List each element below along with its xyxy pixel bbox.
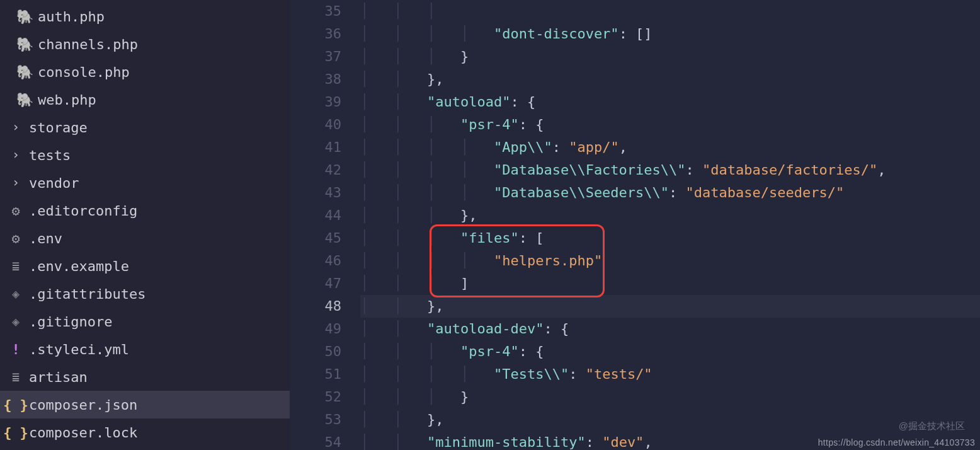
watermark-cn: @掘金技术社区: [899, 420, 965, 432]
line-number: 36: [290, 23, 341, 45]
code-line[interactable]: │ │ "autoload-dev": {: [360, 318, 980, 340]
line-number: 53: [290, 408, 341, 431]
file-tree-label: .env: [29, 231, 62, 246]
code-line[interactable]: │ │ │ },: [360, 204, 980, 227]
file-tree-label: .gitattributes: [29, 286, 145, 302]
line-number: 54: [290, 431, 341, 450]
php-icon: 🐘: [18, 9, 31, 23]
line-number: 50: [290, 340, 341, 363]
code-line[interactable]: │ │ │ │ "App\\": "app/",: [360, 136, 980, 159]
file-icon: ≣: [9, 370, 23, 384]
file-tree-item[interactable]: ›storage: [0, 113, 290, 141]
code-line[interactable]: │ │ │ "psr-4": {: [360, 340, 980, 363]
chevron-right-icon: ›: [9, 175, 23, 189]
code-line[interactable]: │ │ │ │ "helpers.php": [360, 250, 980, 272]
file-tree-item[interactable]: 🐘web.php: [0, 86, 290, 113]
php-icon: 🐘: [18, 65, 31, 79]
file-tree-label: web.php: [38, 92, 96, 108]
line-number-gutter: 3536373839404142434445464748495051525354: [290, 0, 360, 450]
code-line[interactable]: │ │ },: [360, 295, 980, 318]
file-tree-item[interactable]: ◈.gitignore: [0, 308, 290, 335]
code-line[interactable]: │ │ │: [360, 0, 980, 23]
file-tree-item[interactable]: ≣.env.example: [0, 252, 290, 280]
code-line[interactable]: │ │ "autoload": {: [360, 91, 980, 113]
yaml-icon: !: [9, 342, 23, 356]
line-number: 48: [290, 295, 341, 318]
gear-icon: ⚙: [9, 231, 23, 245]
php-icon: 🐘: [18, 93, 31, 107]
line-number: 41: [290, 136, 341, 159]
file-tree-label: tests: [29, 147, 71, 163]
file-tree-item[interactable]: { }composer.json: [0, 391, 290, 418]
line-number: 46: [290, 250, 341, 272]
file-tree-label: .styleci.yml: [29, 342, 129, 357]
git-icon: ◈: [9, 314, 23, 328]
line-number: 51: [290, 363, 341, 386]
git-icon: ◈: [9, 287, 23, 301]
file-tree-item[interactable]: 🐘auth.php: [0, 3, 290, 30]
file-tree-item[interactable]: ›tests: [0, 141, 290, 169]
file-tree-label: composer.json: [29, 397, 137, 413]
file-tree-item[interactable]: !.styleci.yml: [0, 335, 290, 363]
file-tree-item[interactable]: ◈.gitattributes: [0, 280, 290, 308]
file-tree-label: storage: [29, 120, 88, 136]
line-number: 35: [290, 0, 341, 23]
code-line[interactable]: │ │ },: [360, 68, 980, 91]
chevron-right-icon: ›: [9, 147, 23, 161]
line-number: 40: [290, 113, 341, 136]
file-tree-label: channels.php: [38, 37, 138, 52]
file-tree-item[interactable]: 🐘channels.php: [0, 30, 290, 58]
file-tree-label: .editorconfig: [29, 203, 137, 219]
file-tree-item[interactable]: ›vendor: [0, 169, 290, 197]
file-tree-item[interactable]: 🐘console.php: [0, 58, 290, 86]
php-icon: 🐘: [18, 37, 31, 51]
code-line[interactable]: │ │ │ }: [360, 45, 980, 68]
code-line[interactable]: │ │ },: [360, 408, 980, 431]
code-line[interactable]: │ │ │ "files": [: [360, 227, 980, 250]
code-line[interactable]: │ │ │ ]: [360, 272, 980, 295]
file-tree-label: .gitignore: [29, 314, 112, 330]
line-number: 43: [290, 182, 341, 204]
file-icon: ≣: [9, 259, 23, 273]
file-tree-item[interactable]: ⚙.env: [0, 224, 290, 252]
file-tree-label: artisan: [29, 369, 88, 385]
file-explorer-sidebar: 🐘auth.php🐘channels.php🐘console.php🐘web.p…: [0, 0, 290, 450]
file-tree-label: console.php: [38, 64, 130, 80]
line-number: 52: [290, 386, 341, 408]
code-line[interactable]: │ │ │ │ "Database\\Factories\\": "databa…: [360, 159, 980, 182]
gear-icon: ⚙: [9, 204, 23, 217]
code-line[interactable]: │ │ │ }: [360, 386, 980, 408]
line-number: 44: [290, 204, 341, 227]
code-line[interactable]: │ │ │ │ "dont-discover": []: [360, 23, 980, 45]
code-line[interactable]: │ │ │ │ "Tests\\": "tests/": [360, 363, 980, 386]
line-number: 47: [290, 272, 341, 295]
file-tree-item[interactable]: ≣artisan: [0, 363, 290, 391]
json-icon: { }: [9, 398, 23, 412]
code-content[interactable]: │ │ │ │ │ │ │ "dont-discover": []│ │ │ }…: [360, 0, 980, 450]
code-line[interactable]: │ │ │ │ "Database\\Seeders\\": "database…: [360, 182, 980, 204]
line-number: 38: [290, 68, 341, 91]
file-tree-label: composer.lock: [29, 425, 137, 441]
code-line[interactable]: │ │ │ "psr-4": {: [360, 113, 980, 136]
file-tree-item[interactable]: { }composer.lock: [0, 418, 290, 446]
watermark-url: https://blog.csdn.net/weixin_44103733: [818, 437, 975, 447]
file-tree-label: auth.php: [38, 9, 105, 25]
file-tree-label: .env.example: [29, 258, 129, 274]
code-editor[interactable]: 3536373839404142434445464748495051525354…: [290, 0, 980, 450]
line-number: 49: [290, 318, 341, 340]
file-tree-label: vendor: [29, 175, 79, 191]
line-number: 37: [290, 45, 341, 68]
json-icon: { }: [9, 425, 23, 439]
line-number: 39: [290, 91, 341, 113]
line-number: 45: [290, 227, 341, 250]
line-number: 42: [290, 159, 341, 182]
file-tree-item[interactable]: ⚙.editorconfig: [0, 197, 290, 224]
chevron-right-icon: ›: [9, 120, 23, 134]
